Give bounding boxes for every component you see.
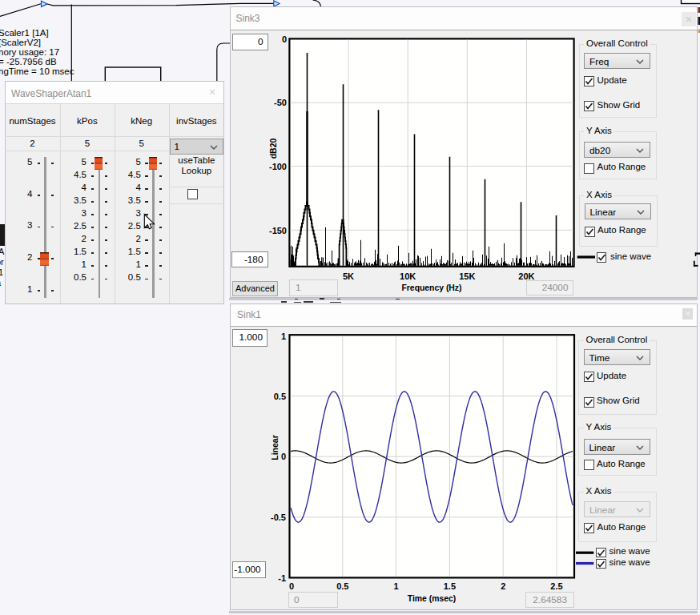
svg-text:-150: -150 [269, 226, 287, 235]
svg-text:15K: 15K [459, 271, 475, 281]
svg-text:Time (msec): Time (msec) [408, 594, 456, 603]
svg-text:10K: 10K [400, 271, 416, 281]
svg-text:0.5: 0.5 [336, 581, 348, 591]
svg-text:2: 2 [501, 581, 505, 591]
svg-text:-100: -100 [269, 162, 287, 171]
svg-text:0: 0 [281, 452, 286, 461]
svg-text:dB20: dB20 [268, 139, 278, 159]
svg-text:-1: -1 [278, 573, 286, 583]
svg-text:0.5: 0.5 [274, 392, 286, 401]
svg-text:2.5: 2.5 [550, 581, 562, 591]
svg-text:Linear: Linear [270, 435, 280, 460]
svg-text:-0.5: -0.5 [271, 512, 286, 522]
svg-text:5K: 5K [343, 271, 354, 281]
svg-text:-50: -50 [274, 98, 287, 107]
svg-text:1: 1 [281, 332, 286, 341]
svg-text:Frequency (Hz): Frequency (Hz) [401, 283, 461, 292]
svg-text:1: 1 [394, 581, 399, 591]
svg-text:0: 0 [289, 581, 294, 591]
svg-text:1.5: 1.5 [444, 581, 456, 591]
svg-text:0: 0 [282, 34, 287, 44]
